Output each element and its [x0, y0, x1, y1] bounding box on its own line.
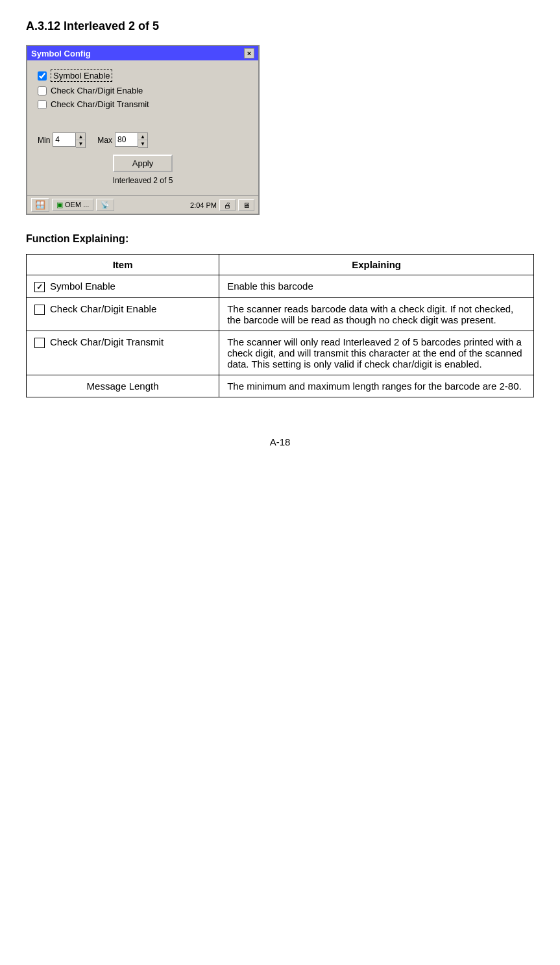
- table-cell-explaining: The scanner will only read Interleaved 2…: [219, 331, 534, 375]
- window-taskbar: 🪟 ▣ OEM ... 📡 2:04 PM 🖨 🖥: [27, 195, 258, 214]
- spacer: [38, 113, 248, 132]
- windows-flag-icon: 🪟: [35, 200, 45, 210]
- checkbox-row-check-char-transmit: Check Char/Digit Transmit: [38, 99, 248, 109]
- table-checkbox: [34, 282, 45, 292]
- window-caption: Interleaved 2 of 5: [38, 176, 248, 185]
- max-arrow-down[interactable]: ▼: [138, 140, 147, 147]
- checkbox-row-check-char-enable: Check Char/Digit Enable: [38, 86, 248, 95]
- min-max-row: Min ▲ ▼ Max ▲ ▼: [38, 132, 248, 148]
- max-arrow-up[interactable]: ▲: [138, 133, 147, 140]
- taskbar-scanner-button[interactable]: 📡: [96, 199, 114, 211]
- table-row: Check Char/Digit EnableThe scanner reads…: [27, 298, 534, 331]
- min-label: Min: [38, 136, 50, 145]
- window-titlebar: Symbol Config ×: [27, 46, 258, 60]
- page-footer: A-18: [26, 436, 534, 447]
- taskbar-time: 2:04 PM: [190, 201, 217, 209]
- cell-with-checkbox: Symbol Enable: [34, 281, 211, 292]
- window-title: Symbol Config: [31, 49, 91, 58]
- network-icon: 🖥: [243, 201, 250, 209]
- function-explaining-heading: Function Explaining:: [26, 233, 534, 245]
- min-arrow-up[interactable]: ▲: [76, 133, 85, 140]
- cell-with-checkbox: Check Char/Digit Enable: [34, 303, 211, 315]
- checkbox-symbol-enable-label: Symbol Enable: [51, 69, 112, 82]
- table-checkbox: [34, 305, 45, 315]
- table-item-label: Check Char/Digit Transmit: [50, 336, 164, 347]
- explanation-table: Item Explaining Symbol EnableEnable this…: [26, 254, 534, 397]
- checkbox-check-char-transmit[interactable]: [38, 100, 47, 109]
- max-group: Max ▲ ▼: [97, 132, 148, 148]
- min-group: Min ▲ ▼: [38, 132, 86, 148]
- checkbox-row-symbol-enable: Symbol Enable: [38, 69, 248, 82]
- max-arrows: ▲ ▼: [138, 132, 148, 148]
- min-spinbox: ▲ ▼: [53, 132, 86, 148]
- checkbox-check-char-enable-label: Check Char/Digit Enable: [51, 86, 143, 95]
- table-cell-explaining: The scanner reads barcode data with a ch…: [219, 298, 534, 331]
- max-label: Max: [97, 136, 112, 145]
- col-header-explaining: Explaining: [219, 255, 534, 275]
- window-close-button[interactable]: ×: [244, 48, 254, 58]
- min-input[interactable]: [53, 132, 76, 147]
- table-cell-item: Check Char/Digit Transmit: [27, 331, 219, 375]
- extra-icon: 🖨: [224, 201, 231, 209]
- table-cell-explaining: Enable this barcode: [219, 275, 534, 298]
- table-item-label: Symbol Enable: [50, 281, 116, 292]
- taskbar-start-button[interactable]: 🪟: [31, 198, 49, 212]
- table-row: Check Char/Digit TransmitThe scanner wil…: [27, 331, 534, 375]
- scanner-icon: 📡: [101, 201, 110, 208]
- apply-row: Apply: [38, 155, 248, 172]
- taskbar-extra-icon[interactable]: 🖨: [219, 199, 236, 211]
- min-arrows: ▲ ▼: [76, 132, 86, 148]
- table-cell-explaining: The minimum and maximum length ranges fo…: [219, 375, 534, 397]
- col-header-item: Item: [27, 255, 219, 275]
- symbol-config-window: Symbol Config × Symbol Enable Check Char…: [26, 45, 260, 215]
- taskbar-oem-label: OEM ...: [65, 201, 89, 208]
- min-arrow-down[interactable]: ▼: [76, 140, 85, 147]
- table-row: Symbol EnableEnable this barcode: [27, 275, 534, 298]
- checkbox-symbol-enable[interactable]: [38, 71, 47, 81]
- max-spinbox: ▲ ▼: [115, 132, 148, 148]
- max-input[interactable]: [115, 132, 138, 147]
- table-cell-item: Check Char/Digit Enable: [27, 298, 219, 331]
- apply-button[interactable]: Apply: [113, 155, 173, 172]
- cell-with-checkbox: Check Char/Digit Transmit: [34, 336, 211, 348]
- table-row: Message LengthThe minimum and maximum le…: [27, 375, 534, 397]
- oem-icon: ▣: [56, 201, 63, 208]
- table-cell-item: Symbol Enable: [27, 275, 219, 298]
- checkbox-check-char-enable[interactable]: [38, 86, 47, 95]
- table-checkbox: [34, 338, 45, 348]
- window-body: Symbol Enable Check Char/Digit Enable Ch…: [27, 60, 258, 195]
- table-cell-item: Message Length: [27, 375, 219, 397]
- taskbar-network-icon[interactable]: 🖥: [238, 199, 254, 211]
- page-title: A.3.12 Interleaved 2 of 5: [26, 19, 534, 33]
- table-item-label: Check Char/Digit Enable: [50, 303, 156, 314]
- checkbox-check-char-transmit-label: Check Char/Digit Transmit: [51, 99, 149, 109]
- taskbar-oem-button[interactable]: ▣ OEM ...: [52, 199, 93, 211]
